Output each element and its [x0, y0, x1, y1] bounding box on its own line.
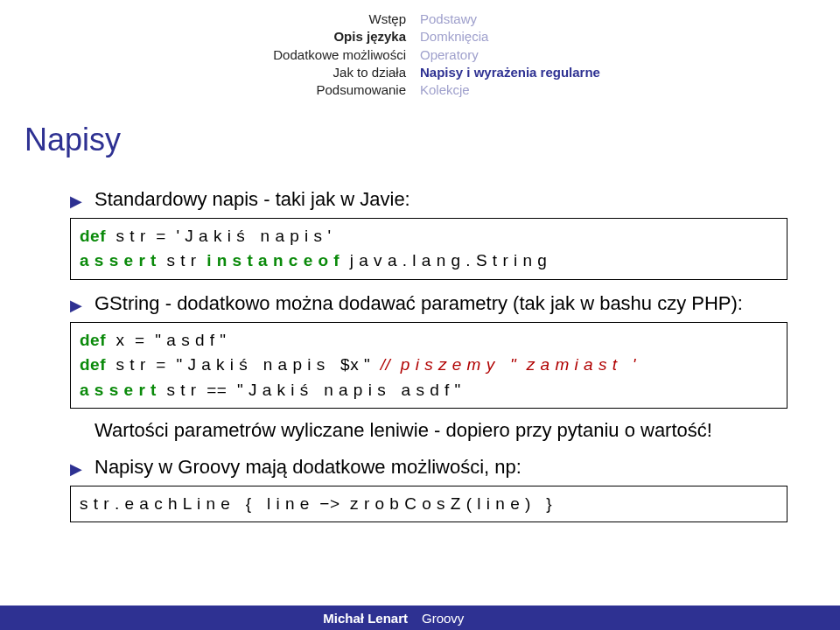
subnav-item: Domknięcia	[420, 28, 840, 46]
code-keyword: def	[80, 355, 106, 374]
bullet-item: ▶ Standardowy napis - taki jak w Javie:	[70, 186, 788, 213]
nav-item: Dodatkowe możliwości	[0, 46, 406, 64]
slide-content: ▶ Standardowy napis - taki jak w Javie: …	[0, 167, 840, 522]
nav-item: Wstęp	[0, 10, 406, 28]
slide-header: Wstęp Opis języka Dodatkowe możliwości J…	[0, 0, 840, 102]
slide-footer: Michał Lenart Groovy	[0, 606, 840, 630]
nav-item: Podsumowanie	[0, 81, 406, 99]
bullet-text: Wartości parametrów wyliczane leniwie - …	[94, 417, 788, 444]
code-keyword: a s s e r t	[80, 381, 157, 399]
code-keyword: i n s t a n c e o f	[206, 251, 340, 270]
bullet-icon: ▶	[70, 191, 82, 212]
footer-author: Michał Lenart	[0, 611, 420, 626]
code-text: s t r == " J a k i ś n a p i s a s d f "	[157, 381, 461, 399]
code-keyword: def	[80, 331, 106, 349]
subnav-item: Kolekcje	[420, 81, 840, 99]
code-block-2: def x = " a s d f " def s t r = " J a k …	[70, 322, 788, 410]
bullet-item: ▶ GString - dodatkowo można dodawać para…	[70, 290, 788, 317]
code-text: s t r . e a c h L i n e { l i n e −> z r…	[80, 494, 552, 513]
footer-topic: Groovy	[420, 611, 840, 626]
slide-title: Napisy	[0, 102, 840, 167]
code-keyword: def	[80, 227, 106, 245]
subnav-item: Operatory	[420, 46, 840, 64]
bullet-text: GString - dodatkowo można dodawać parame…	[94, 290, 788, 317]
bullet-item: ▶ Napisy w Groovy mają dodatkowe możliwo…	[70, 454, 788, 480]
code-text: j a v a . l a n g . S t r i n g	[340, 251, 547, 270]
code-block-3: s t r . e a c h L i n e { l i n e −> z r…	[70, 486, 788, 523]
code-text: s t r = ' J a k i ś n a p i s '	[106, 227, 332, 245]
bullet-icon: ▶	[70, 295, 82, 316]
subnav-item-active: Napisy i wyrażenia regularne	[420, 64, 840, 81]
code-text: x = " a s d f "	[106, 331, 227, 349]
code-text: s t r = " J a k i ś n a p i s $x "	[106, 355, 381, 374]
code-comment: // p i s z e m y " z a m i a s t '	[381, 355, 636, 374]
nav-item-active: Opis języka	[0, 28, 406, 46]
bullet-icon: ▶	[70, 458, 82, 480]
header-subsections-right: Podstawy Domknięcia Operatory Napisy i w…	[420, 10, 840, 99]
bullet-item: ▶ Wartości parametrów wyliczane leniwie …	[70, 417, 788, 444]
bullet-text: Standardowy napis - taki jak w Javie:	[94, 186, 788, 213]
header-sections-left: Wstęp Opis języka Dodatkowe możliwości J…	[0, 10, 420, 99]
subnav-item: Podstawy	[420, 10, 840, 28]
code-keyword: a s s e r t	[80, 251, 157, 270]
nav-item: Jak to działa	[0, 64, 406, 81]
bullet-text: Napisy w Groovy mają dodatkowe możliwośc…	[94, 454, 788, 480]
code-block-1: def s t r = ' J a k i ś n a p i s ' a s …	[70, 218, 788, 280]
code-text: s t r	[157, 251, 206, 270]
